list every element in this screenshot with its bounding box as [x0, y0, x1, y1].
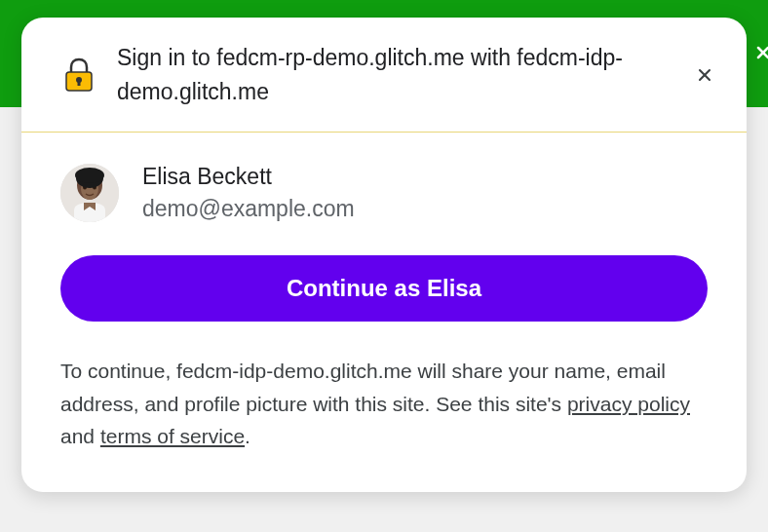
avatar — [60, 164, 119, 222]
lock-icon — [60, 57, 97, 94]
disclosure-mid: and — [60, 425, 100, 447]
disclosure-text: To continue, fedcm-idp-demo.glitch.me wi… — [60, 355, 708, 453]
dialog-body: Elisa Beckett demo@example.com Continue … — [21, 133, 747, 492]
close-button[interactable] — [690, 60, 719, 90]
account-email: demo@example.com — [142, 196, 355, 222]
background-close-icon — [753, 34, 768, 70]
svg-rect-4 — [78, 81, 81, 86]
privacy-policy-link[interactable]: privacy policy — [567, 393, 690, 415]
close-icon — [695, 65, 714, 85]
dialog-title: Sign in to fedcm-rp-demo.glitch.me with … — [117, 41, 671, 108]
disclosure-post: . — [245, 425, 250, 447]
svg-point-13 — [75, 168, 104, 183]
terms-of-service-link[interactable]: terms of service — [100, 425, 245, 447]
continue-button[interactable]: Continue as Elisa — [60, 255, 708, 322]
account-row: Elisa Beckett demo@example.com — [60, 164, 708, 222]
account-info: Elisa Beckett demo@example.com — [142, 164, 355, 222]
signin-dialog: Sign in to fedcm-rp-demo.glitch.me with … — [21, 18, 747, 492]
account-name: Elisa Beckett — [142, 164, 355, 190]
dialog-header: Sign in to fedcm-rp-demo.glitch.me with … — [21, 18, 747, 132]
